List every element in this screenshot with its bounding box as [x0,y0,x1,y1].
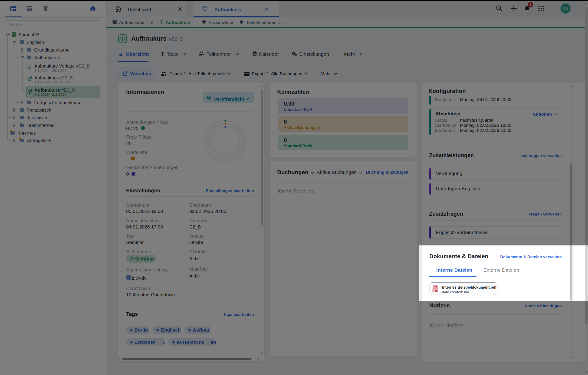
svg-text:PDF: PDF [434,290,439,292]
